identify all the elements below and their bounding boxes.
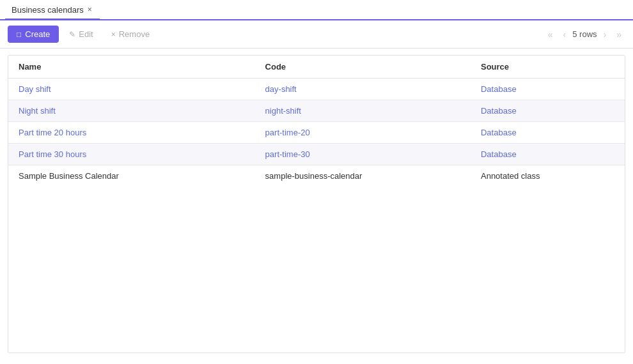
- rows-count: 5 rows: [572, 29, 597, 39]
- toolbar: □ Create ✎ Edit × Remove « ‹ 5 rows › »: [0, 20, 633, 49]
- cell-source[interactable]: Database: [471, 100, 625, 122]
- pag-first-button[interactable]: «: [544, 28, 557, 41]
- empty-area: [8, 186, 625, 353]
- cell-source[interactable]: Database: [471, 122, 625, 144]
- cell-source[interactable]: Database: [471, 144, 625, 165]
- source-value[interactable]: Database: [481, 106, 517, 116]
- table-row: Part time 20 hours part-time-20 Database: [8, 122, 625, 144]
- cell-name[interactable]: Part time 30 hours: [8, 144, 255, 165]
- tab-business-calendars[interactable]: Business calendars ×: [5, 1, 100, 20]
- code-value[interactable]: part-time-20: [265, 128, 310, 137]
- column-header-source: Source: [471, 56, 625, 79]
- cell-code: sample-business-calendar: [255, 165, 471, 187]
- remove-label: Remove: [119, 29, 150, 39]
- tab-bar: Business calendars ×: [0, 0, 633, 20]
- column-header-code: Code: [255, 56, 471, 79]
- pag-next-button[interactable]: ›: [600, 28, 611, 41]
- code-value[interactable]: day-shift: [265, 84, 297, 94]
- table-row: Night shift night-shift Database: [8, 100, 625, 122]
- create-button[interactable]: □ Create: [8, 26, 59, 43]
- source-value: Annotated class: [481, 171, 540, 181]
- cell-code[interactable]: night-shift: [255, 100, 471, 122]
- cell-code[interactable]: part-time-20: [255, 122, 471, 144]
- cell-name[interactable]: Night shift: [8, 100, 255, 122]
- tab-close-icon[interactable]: ×: [88, 6, 92, 13]
- source-value[interactable]: Database: [481, 84, 517, 94]
- name-value[interactable]: Night shift: [19, 106, 56, 116]
- name-value[interactable]: Part time 30 hours: [19, 149, 86, 159]
- cell-name: Sample Business Calendar: [8, 165, 255, 187]
- data-table-container: Name Code Source Day shift day-shift Dat…: [8, 55, 625, 353]
- table-row: Sample Business Calendar sample-business…: [8, 165, 625, 187]
- source-value[interactable]: Database: [481, 149, 517, 159]
- edit-button[interactable]: ✎ Edit: [61, 26, 100, 43]
- cell-name[interactable]: Part time 20 hours: [8, 122, 255, 144]
- name-value[interactable]: Day shift: [19, 84, 51, 94]
- pag-prev-button[interactable]: ‹: [559, 28, 570, 41]
- table-header-row: Name Code Source: [8, 56, 625, 79]
- data-table: Name Code Source Day shift day-shift Dat…: [8, 56, 625, 186]
- code-value[interactable]: night-shift: [265, 106, 301, 116]
- cell-code[interactable]: part-time-30: [255, 144, 471, 165]
- cell-name[interactable]: Day shift: [8, 79, 255, 100]
- create-label: Create: [25, 29, 50, 39]
- code-value[interactable]: part-time-30: [265, 149, 310, 159]
- table-body: Day shift day-shift Database Night shift…: [8, 79, 625, 187]
- table-row: Part time 30 hours part-time-30 Database: [8, 144, 625, 165]
- cell-code[interactable]: day-shift: [255, 79, 471, 100]
- pag-last-button[interactable]: »: [613, 28, 625, 41]
- cell-source: Annotated class: [471, 165, 625, 187]
- pagination: « ‹ 5 rows › »: [544, 28, 625, 41]
- edit-label: Edit: [79, 29, 93, 39]
- name-value: Sample Business Calendar: [19, 171, 119, 181]
- remove-button[interactable]: × Remove: [104, 26, 157, 43]
- code-value: sample-business-calendar: [265, 171, 363, 181]
- source-value[interactable]: Database: [481, 128, 517, 137]
- column-header-name: Name: [8, 56, 255, 79]
- remove-icon: ×: [111, 30, 116, 39]
- table-row: Day shift day-shift Database: [8, 79, 625, 100]
- create-icon: □: [17, 30, 21, 39]
- cell-source[interactable]: Database: [471, 79, 625, 100]
- name-value[interactable]: Part time 20 hours: [19, 128, 86, 137]
- edit-icon: ✎: [69, 30, 75, 39]
- tab-label: Business calendars: [12, 5, 84, 15]
